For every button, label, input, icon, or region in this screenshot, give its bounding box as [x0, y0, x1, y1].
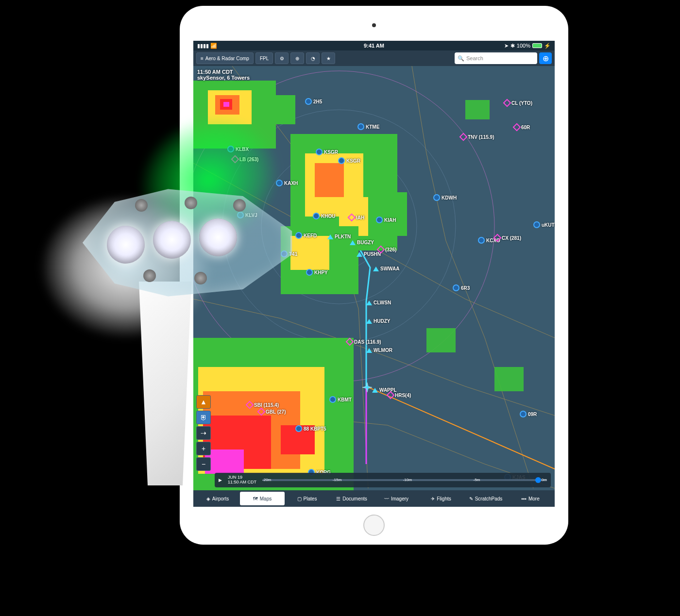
app-toolbar: ≡ Aero & Radar Comp FPL ⚙ ⊕ ◔ ★ 🔍 Search: [193, 50, 555, 66]
device-led-3: [199, 218, 237, 256]
ipad-home-button[interactable]: [363, 515, 385, 536]
waypoint-KHPY[interactable]: KHPY: [306, 269, 328, 276]
gauge-button[interactable]: ◔: [306, 52, 320, 64]
waypoint-DAS (116.9)[interactable]: DAS (116.9): [347, 339, 381, 345]
waypoint-KSGR2[interactable]: KSGR: [338, 157, 360, 164]
svg-rect-12: [315, 163, 344, 197]
waypoint-BUGZY[interactable]: BUGZY: [350, 240, 374, 245]
device-screw-2: [185, 197, 197, 209]
search-placeholder: Search: [466, 55, 483, 61]
waypoint-KDWH[interactable]: KDWH: [433, 194, 457, 201]
waypoint-IAH[interactable]: IAH: [349, 215, 364, 220]
waypoint-uKUTS[interactable]: uKUTS: [533, 221, 555, 228]
layers-button[interactable]: ≡ Aero & Radar Comp: [196, 52, 254, 64]
ipad-camera: [372, 23, 376, 27]
tab-more[interactable]: ▪▪▪More: [508, 492, 553, 505]
waypoint-label: uKUTS: [542, 222, 555, 228]
airport-icon: [478, 237, 485, 244]
waypoint-PLKTN[interactable]: PLKTN: [327, 234, 351, 239]
ownship-aircraft-icon: [361, 382, 373, 395]
waypoint-PUSHN[interactable]: PUSHN: [357, 251, 381, 257]
waypoint-KIAH[interactable]: KIAH: [376, 216, 396, 223]
waypoint-60R[interactable]: 60R: [514, 124, 530, 130]
waypoint-KBMT[interactable]: KBMT: [329, 396, 352, 403]
navaid-icon: [493, 234, 502, 242]
navaid-icon: [513, 123, 521, 132]
navaid-icon: [377, 246, 385, 254]
waypoint-label: (326): [385, 247, 396, 252]
waypoint-2H5[interactable]: 2H5: [305, 98, 322, 105]
device-screw-4: [143, 269, 156, 282]
star-button[interactable]: ★: [322, 52, 335, 64]
waypoint-label: KBMT: [338, 397, 352, 402]
waypoint-KSGR[interactable]: KSGR: [316, 149, 338, 155]
fpl-button[interactable]: FPL: [255, 52, 273, 64]
tab-imagery[interactable]: 〰Imagery: [374, 492, 419, 505]
airport-icon: [533, 221, 540, 228]
imagery-icon: 〰: [384, 496, 389, 501]
gauge-icon: ◔: [311, 56, 315, 61]
waypoint-label: CX (281): [502, 235, 521, 241]
tab-documents[interactable]: ☰Documents: [329, 492, 374, 505]
svg-rect-25: [465, 100, 490, 119]
globe-button[interactable]: ⊕: [290, 52, 304, 64]
timeline-track[interactable]: -20m -15m -10m -5m 0m: [262, 479, 547, 481]
waypoint-label: WLMOR: [374, 348, 392, 353]
waypoint-6R3[interactable]: 6R3: [453, 284, 470, 291]
search-input[interactable]: 🔍 Search: [455, 52, 537, 64]
fix-icon: [366, 300, 372, 305]
settings-button[interactable]: ⚙: [275, 52, 289, 64]
waypoint-HRS[interactable]: HRS(4): [388, 392, 411, 398]
waypoint-CLWSN[interactable]: CLWSN: [366, 300, 391, 305]
airport-icon: [453, 284, 459, 291]
device-screw-1: [135, 199, 148, 212]
waypoint-HUDZY[interactable]: HUDZY: [366, 318, 390, 324]
waypoint-KBPT5[interactable]: 88 KBPT5: [295, 425, 326, 432]
airport-icon: [295, 232, 302, 239]
tab-scratchpads[interactable]: ✎ScratchPads: [463, 492, 508, 505]
waypoint-label: 60R: [521, 125, 530, 130]
waypoint-TNV (115.9)[interactable]: TNV (115.9): [460, 134, 494, 140]
navaid-icon: [459, 133, 468, 141]
waypoint-label: CL (YTO): [511, 100, 532, 106]
waypoint-label: 88 KBPT5: [304, 426, 326, 432]
waypoint-KEFD[interactable]: KEFD: [295, 232, 317, 239]
waypoint-label: KAXH: [284, 181, 298, 186]
flights-icon: ✈: [431, 496, 435, 501]
device-screw-3: [233, 199, 246, 212]
device-tail: [121, 282, 209, 485]
fix-icon: [327, 234, 333, 239]
tab-flights[interactable]: ✈Flights: [419, 492, 463, 505]
waypoint-label: KEFD: [304, 233, 317, 238]
svg-rect-9: [261, 95, 295, 124]
waypoint-SWWAA[interactable]: SWWAA: [373, 266, 399, 271]
more-icon: ▪▪▪: [521, 496, 527, 501]
waypoint-IAH (326)[interactable]: (326): [378, 247, 396, 252]
device-screw-5: [194, 272, 207, 284]
waypoint-label: BUGZY: [357, 240, 374, 245]
waypoint-KTME[interactable]: KTME: [357, 123, 379, 130]
device-led-1: [107, 226, 145, 264]
locate-button[interactable]: ⊕: [539, 52, 552, 64]
waypoint-label: TNV (115.9): [468, 134, 494, 140]
svg-rect-14: [368, 192, 407, 236]
waypoint-KHOU[interactable]: KHOU: [313, 213, 335, 219]
waypoint-label: KHOU: [321, 214, 335, 219]
waypoint-CX (281)[interactable]: CX (281): [494, 235, 521, 241]
waypoint-09R[interactable]: 09R: [520, 411, 537, 417]
tab-plates[interactable]: ▢Plates: [285, 492, 329, 505]
skysensor-device: [29, 155, 282, 495]
gear-icon: ⚙: [280, 56, 284, 61]
battery-percent: 100%: [517, 43, 530, 49]
airport-icon: [329, 396, 336, 403]
waypoint-WLMOR[interactable]: WLMOR: [366, 348, 392, 353]
ios-time: 9:41 AM: [364, 43, 384, 49]
airport-icon: [433, 194, 440, 201]
waypoint-CL (YTO)[interactable]: CL (YTO): [504, 100, 532, 106]
waypoint-label: KIAH: [384, 217, 396, 223]
battery-icon: [532, 43, 542, 48]
svg-rect-23: [426, 328, 456, 352]
fix-icon: [357, 252, 362, 257]
locate-icon: ⊕: [543, 54, 549, 63]
fpl-label: FPL: [260, 56, 269, 61]
